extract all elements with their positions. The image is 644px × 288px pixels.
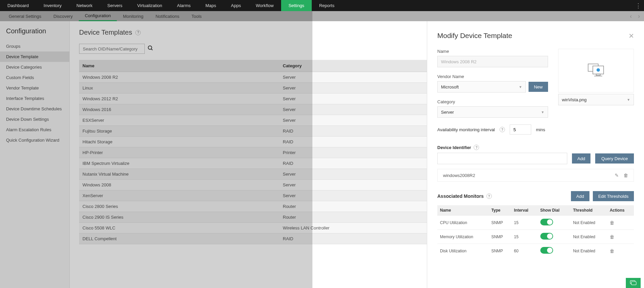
topnav-item-network[interactable]: Network [69,0,100,11]
sidebar-item-device-categories[interactable]: Device Categories [0,62,69,72]
showdial-toggle[interactable] [540,233,553,240]
device-ident-label: Device Identifier [437,145,471,150]
sidebar-item-quick-configuration-wizard[interactable]: Quick Configuration Wizard [0,135,69,145]
help-icon[interactable]: ? [486,193,492,199]
sidebar-title: Configuration [0,27,69,41]
edit-icon[interactable]: ✎ [615,173,619,178]
showdial-toggle[interactable] [540,219,553,225]
edit-thresholds-button[interactable]: Edit Thresholds [593,191,634,201]
vendor-select[interactable]: Microsoft ▼ [437,81,526,93]
assoc-monitors-label: Associated Monitors [437,193,484,199]
cell-name: Windows 2012 R2 [79,94,279,104]
subnav-item-discovery[interactable]: Discovery [47,11,79,21]
chat-fab-icon[interactable] [626,278,641,288]
mcell-name: Memory Utilization [437,230,488,244]
sidebar-item-device-template[interactable]: Device Template [0,51,69,62]
mcol-type: Type [488,205,511,216]
mcol-showdial: Show Dial [538,205,570,216]
topnav-item-reports[interactable]: Reports [312,0,342,11]
subnav-item-general-settings[interactable]: General Settings [3,11,47,21]
delete-icon[interactable]: 🗑 [623,173,628,178]
sidebar-item-vendor-template[interactable]: Vendor Template [0,83,69,93]
delete-monitor-icon[interactable]: 🗑 [610,248,614,254]
topnav-spacer [342,0,632,11]
sub-nav: General SettingsDiscoveryConfigurationMo… [0,11,644,21]
page-title: Device Templates [79,29,132,36]
topnav-item-virtualization[interactable]: Virtualization [130,0,170,11]
avail-label: Availability monitoring interval [437,127,495,132]
more-menu-icon[interactable]: ⋮ [632,0,644,11]
sidebar-item-device-down-settings[interactable]: Device Down Settings [0,114,69,124]
image-file-select[interactable]: winVista.png ▼ [558,94,634,105]
subnav-next-icon[interactable]: › [638,13,640,20]
sidebar-item-groups[interactable]: Groups [0,41,69,51]
sidebar-item-device-downtime-schedules[interactable]: Device Downtime Schedules [0,104,69,114]
subnav-item-configuration[interactable]: Configuration [79,11,117,21]
new-vendor-button[interactable]: New [529,82,548,92]
mcell-interval: 15 [511,216,538,230]
help-icon[interactable]: ? [135,30,141,35]
chevron-down-icon: ▼ [627,98,630,102]
topnav-item-servers[interactable]: Servers [100,0,130,11]
mcell-type: SNMP [488,230,511,244]
topnav-item-maps[interactable]: Maps [198,0,224,11]
topnav-item-dashboard[interactable]: Dashboard [0,0,36,11]
mcell-type: SNMP [488,216,511,230]
close-icon[interactable]: × [629,31,634,40]
sidebar-item-interface-templates[interactable]: Interface Templates [0,93,69,104]
help-icon[interactable]: ? [474,145,479,150]
panel-title: Modify Device Template [437,32,512,40]
help-icon[interactable]: ? [500,127,505,132]
cell-name: ESXServer [79,115,279,126]
sidebar-item-custom-fields[interactable]: Custom Fields [0,72,69,83]
subnav-item-notifications[interactable]: Notifications [149,11,185,21]
mcell-threshold: Not Enabled [570,230,607,244]
delete-monitor-icon[interactable]: 🗑 [610,234,614,240]
topnav-item-inventory[interactable]: Inventory [36,0,69,11]
device-ident-input[interactable] [437,153,567,164]
cell-name: IBM Spectrum Virtualize [79,158,279,169]
name-input[interactable] [437,56,548,67]
topnav-item-workflow[interactable]: Workflow [248,0,281,11]
delete-monitor-icon[interactable]: 🗑 [610,220,614,225]
svg-line-1 [151,49,152,50]
avail-interval-input[interactable] [510,124,531,135]
svg-rect-8 [631,282,636,285]
add-monitor-button[interactable]: Add [571,191,589,201]
topnav-item-apps[interactable]: Apps [224,0,248,11]
mcell-threshold: Not Enabled [570,216,607,230]
svg-rect-5 [596,74,600,75]
subnav-item-monitoring[interactable]: Monitoring [117,11,149,21]
search-input[interactable] [79,44,145,54]
showdial-toggle[interactable] [540,247,553,254]
monitor-row: Disk UtilizationSNMP60Not Enabled🗑 [437,244,634,258]
image-file-value: winVista.png [562,97,586,102]
search-icon[interactable] [147,45,154,53]
identifier-row: windows2008R2 ✎ 🗑 [437,169,634,182]
top-nav: DashboardInventoryNetworkServersVirtuali… [0,0,644,11]
subnav-item-tools[interactable]: Tools [185,11,208,21]
monitor-row: Memory UtilizationSNMP15Not Enabled🗑 [437,230,634,244]
chevron-down-icon: ▼ [541,110,544,114]
mcell-type: SNMP [488,244,511,258]
template-image [558,49,634,93]
topnav-item-alarms[interactable]: Alarms [170,0,198,11]
query-device-button[interactable]: Query Device [595,153,634,164]
monitors-table: Name Type Interval Show Dial Threshold A… [437,205,634,258]
name-label: Name [437,49,548,54]
category-select[interactable]: Server ▼ [437,106,548,118]
mcell-interval: 60 [511,244,538,258]
topnav-item-settings[interactable]: Settings [281,0,312,11]
add-identifier-button[interactable]: Add [572,153,590,164]
subnav-prev-icon[interactable]: ‹ [630,13,632,20]
cell-name: Fujitsu Storage [79,126,279,137]
avail-unit: mins [536,127,545,132]
col-name[interactable]: Name [79,60,279,72]
sidebar-item-alarm-escalation-rules[interactable]: Alarm Escalation Rules [0,124,69,135]
cell-name: DELL Compellent [79,233,279,244]
mcol-name: Name [437,205,488,216]
cell-name: Windows 2008 [79,180,279,190]
category-value: Server [441,110,454,115]
svg-point-4 [597,68,600,72]
cell-name: Linux [79,83,279,94]
